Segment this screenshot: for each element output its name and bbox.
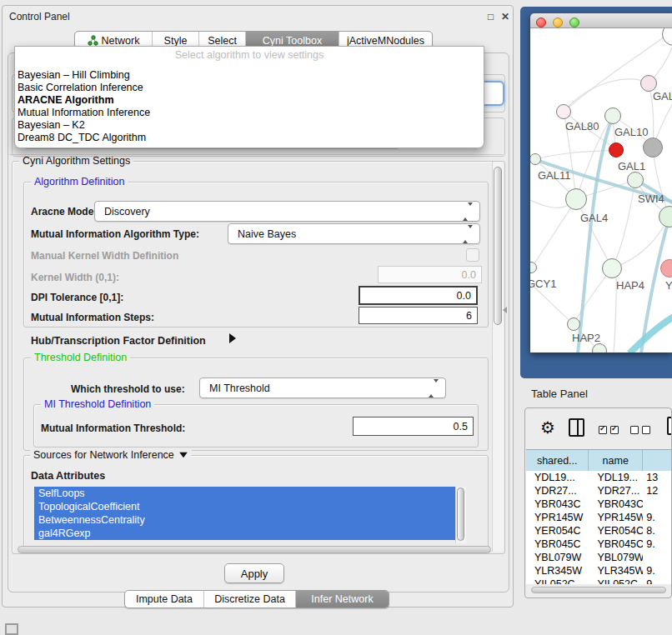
node-label-gal4: GAL4 (580, 212, 608, 224)
node-label-gal80: GAL80 (565, 120, 599, 132)
attributes-scrollbar-thumb[interactable] (457, 488, 464, 541)
algorithm-item[interactable]: Bayesian – K2 (15, 119, 484, 132)
table-cell: YLR345W (526, 564, 589, 578)
attribute-item[interactable]: BetweennessCentrality (34, 513, 455, 527)
mi-type-combo[interactable]: Naive Bayes (228, 223, 480, 244)
node-label-y: Y (665, 279, 672, 292)
tab-impute-data[interactable]: Impute Data (125, 591, 203, 608)
node-gray[interactable] (643, 138, 663, 158)
table-row[interactable]: YDL19...YDL19...13 (526, 471, 672, 484)
network-edge (612, 217, 669, 268)
table-cell: YBL079W (526, 551, 589, 564)
threshold-definition-title: Threshold Definition (31, 352, 130, 363)
table-cell: 12 (643, 484, 672, 498)
mi-steps-field[interactable]: 6 (359, 307, 478, 324)
table-panel-title: Table Panel (531, 388, 588, 400)
aracne-mode-combo[interactable]: Discovery (94, 201, 480, 222)
table-row[interactable]: YBL079WYBL079W (526, 551, 672, 564)
float-window-icon[interactable]: □ (488, 12, 494, 22)
node-red[interactable] (609, 142, 624, 158)
close-traffic-light[interactable] (536, 18, 546, 28)
dpi-tolerance-field[interactable]: 0.0 (359, 286, 478, 305)
table-document-icon[interactable] (667, 417, 672, 435)
table-row[interactable]: YDR27...YDR27...12 (526, 484, 672, 498)
node-pink[interactable] (640, 75, 657, 92)
node-hap2[interactable] (567, 318, 580, 331)
aracne-mode-value: Discovery (104, 206, 150, 218)
algorithm-item[interactable]: Bayesian – Hill Climbing (15, 69, 484, 82)
hub-definition-label[interactable]: Hub/Transcription Factor Definition (31, 335, 206, 347)
control-panel-window: Control Panel □ ✕ NetworkStyleSelectCyni… (2, 5, 514, 608)
sources-title-row[interactable]: Sources for Network Inference (30, 449, 192, 461)
network-edge (612, 180, 635, 268)
table-header-cell[interactable]: shared... (526, 450, 589, 471)
which-threshold-combo[interactable]: MI Threshold (199, 378, 446, 398)
table-cell: YBR045C (526, 538, 589, 551)
tab-discretize-data[interactable]: Discretize Data (203, 591, 295, 608)
algorithm-item[interactable]: Basic Correlation Inference (15, 82, 484, 94)
algorithm-item[interactable]: ARACNE Algorithm (15, 94, 484, 107)
attribute-item[interactable]: TopologicalCoefficient (34, 500, 455, 513)
attribute-item[interactable]: gal4RGexp (34, 527, 455, 540)
node-gal4[interactable] (565, 188, 587, 210)
network-tab-icon (88, 35, 98, 46)
window-title: Control Panel (9, 11, 70, 22)
algorithm-dropdown-popup: Select algorithm to view settings Bayesi… (14, 46, 484, 148)
table-body: YDL19...YDL19...13YDR27...YDR27...12YBR0… (526, 471, 672, 584)
table-row[interactable]: YPR145WYPR145W9. (526, 511, 672, 524)
attributes-scrollbar-track[interactable] (455, 487, 466, 543)
table-row[interactable]: YIL052CYIL052C9. (526, 578, 672, 584)
attribute-item[interactable]: SelfLoops (34, 487, 455, 500)
network-window-titlebar[interactable] (530, 13, 672, 28)
settings-scrollbar-track[interactable] (492, 162, 504, 552)
node-gal10[interactable] (604, 108, 621, 124)
table-row[interactable]: YBR045CYBR045C9. (526, 538, 672, 551)
tab-label: Cyni Toolbox (263, 35, 322, 47)
node-label-gal1: GAL1 (618, 160, 645, 172)
node-hap4[interactable] (602, 258, 622, 278)
which-threshold-value: MI Threshold (209, 382, 270, 394)
table-row[interactable]: YLR345WYLR345W9. (526, 564, 672, 578)
columns-icon[interactable] (569, 418, 584, 437)
settings-hscrollbar-thumb[interactable] (18, 546, 491, 553)
splitter-handle-icon[interactable] (503, 307, 507, 313)
deselect-all-checkboxes-icon[interactable] (630, 422, 654, 438)
mi-threshold-label: Mutual Information Threshold: (41, 422, 185, 434)
tab-infer-network[interactable]: Infer Network (295, 591, 389, 608)
gear-icon[interactable]: ⚙ (540, 418, 555, 438)
network-edge (564, 79, 649, 112)
close-window-icon[interactable]: ✕ (501, 12, 509, 22)
combo-spinner-icon (463, 206, 473, 218)
node-cut-bottom[interactable] (592, 343, 607, 352)
node-label-gal10: GAL10 (614, 126, 648, 138)
expand-right-arrow-icon[interactable] (229, 333, 236, 343)
collapsed-panel-icon[interactable] (5, 623, 18, 635)
table-header-cell[interactable]: name (589, 450, 643, 471)
settings-scrollbar-thumb[interactable] (494, 167, 502, 325)
select-all-checkboxes-icon[interactable] (599, 422, 622, 438)
node-label-gcy1: GCY1 (530, 278, 556, 290)
table-row[interactable]: YER054CYER054C8. (526, 524, 672, 538)
table-row[interactable]: YBR043CYBR043C (526, 498, 672, 511)
table-cell (643, 498, 672, 511)
node-gal80[interactable] (556, 104, 571, 119)
table-cell: 8. (643, 524, 672, 538)
kernel-width-field[interactable]: 0.0 (378, 266, 482, 283)
table-cell: YBR043C (589, 498, 643, 511)
apply-button[interactable]: Apply (224, 563, 284, 583)
table-cell: YER054C (589, 524, 643, 538)
minimize-traffic-light[interactable] (553, 18, 563, 28)
algorithm-item[interactable]: Mutual Information Inference (15, 107, 484, 119)
table-header-cell[interactable] (643, 450, 672, 471)
mi-threshold-field[interactable]: 0.5 (353, 417, 474, 436)
algorithm-item[interactable]: Dream8 DC_TDC Algorithm (15, 132, 484, 144)
network-canvas[interactable]: GALGAL80GAL10GAL1GAL11SWI4GAL4GCY1HAP4YH… (530, 28, 672, 352)
manual-kernel-checkbox[interactable] (466, 248, 479, 262)
network-edge (629, 314, 672, 352)
collapse-down-arrow-icon[interactable] (179, 452, 188, 458)
tab-label: jActiveMNodules (347, 35, 424, 47)
zoom-traffic-light[interactable] (569, 18, 579, 28)
node-swi4[interactable] (627, 172, 644, 188)
table-hscrollbar-thumb[interactable] (531, 587, 666, 593)
node-label-gal11: GAL11 (538, 169, 571, 182)
